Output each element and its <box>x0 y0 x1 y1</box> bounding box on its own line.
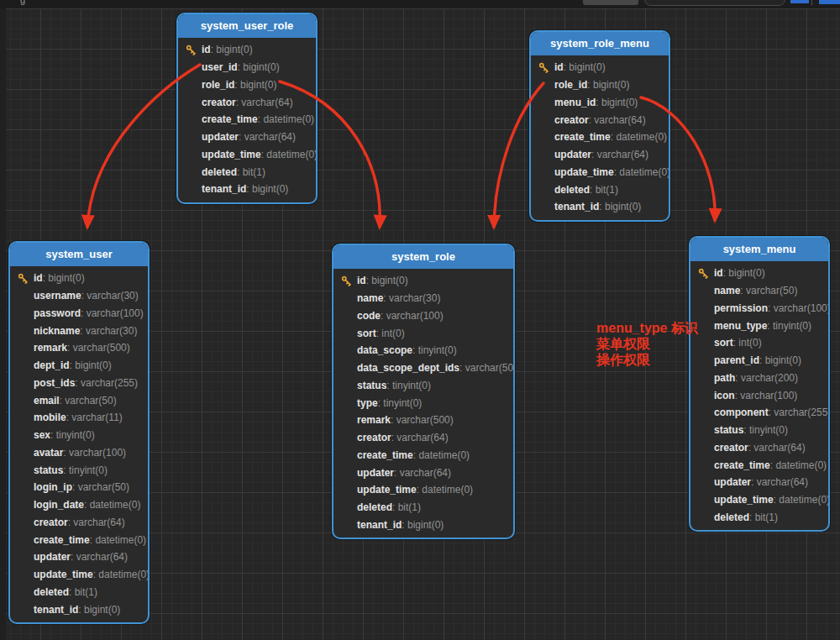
field-system_menu-menu_type[interactable]: menu_type: tinyint(0) <box>690 317 828 334</box>
field-system_role-update_time[interactable]: update_time: datetime(0) <box>333 481 513 499</box>
field-system_menu-deleted[interactable]: deleted: bit(1) <box>690 509 828 527</box>
field-system_menu-sort[interactable]: sort: int(0) <box>690 334 828 352</box>
field-system_user-nickname[interactable]: nickname: varchar(30) <box>10 322 148 339</box>
field-system_role-tenant_id[interactable]: tenant_id: bigint(0) <box>333 517 513 534</box>
table-title-system_role[interactable]: system_role <box>333 245 513 269</box>
field-system_role-deleted[interactable]: deleted: bit(1) <box>333 499 513 517</box>
field-system_user_role-updater[interactable]: updater: varchar(64) <box>178 129 316 146</box>
field-system_role-code[interactable]: code: varchar(100) <box>333 307 513 325</box>
field-system_role_menu-create_time[interactable]: create_time: datetime(0) <box>531 129 669 146</box>
field-system_menu-status[interactable]: status: tinyint(0) <box>690 422 828 439</box>
field-system_user-login_ip[interactable]: login_ip: varchar(50) <box>10 479 148 496</box>
field-system_menu-creator[interactable]: creator: varchar(64) <box>690 439 828 457</box>
field-name: updater <box>34 551 71 563</box>
field-system_user-id[interactable]: id: bigint(0) <box>10 270 148 287</box>
field-system_menu-id[interactable]: id: bigint(0) <box>690 265 828 282</box>
field-name: permission <box>714 302 768 314</box>
field-system_role_menu-deleted[interactable]: deleted: bit(1) <box>531 181 669 198</box>
field-type: : bigint(0) <box>234 79 276 91</box>
field-system_role_menu-id[interactable]: id: bigint(0) <box>531 59 669 76</box>
field-system_user-remark[interactable]: remark: varchar(500) <box>10 339 148 357</box>
field-system_role_menu-creator[interactable]: creator: varchar(64) <box>531 111 669 129</box>
field-system_user_role-deleted[interactable]: deleted: bit(1) <box>178 163 316 181</box>
field-system_user_role-creator[interactable]: creator: varchar(64) <box>178 93 316 111</box>
field-system_user_role-update_time[interactable]: update_time: datetime(0) <box>178 146 316 164</box>
table-title-system_menu[interactable]: system_menu <box>690 238 828 261</box>
field-system_role-id[interactable]: id: bigint(0) <box>333 272 513 290</box>
field-type: : varchar(50) <box>740 285 797 296</box>
table-title-system_user[interactable]: system_user <box>10 243 148 266</box>
field-system_role_menu-update_time[interactable]: update_time: datetime(0) <box>531 164 669 181</box>
table-system_role_menu[interactable]: system_role_menuid: bigint(0)role_id: bi… <box>529 30 670 222</box>
field-system_menu-permission[interactable]: permission: varchar(100) <box>690 300 828 317</box>
field-system_user_role-id[interactable]: id: bigint(0) <box>178 41 316 59</box>
field-system_menu-path[interactable]: path: varchar(200) <box>690 370 828 387</box>
toolbar-accent-button-2[interactable] <box>819 0 840 4</box>
field-system_user_role-create_time[interactable]: create_time: datetime(0) <box>178 111 316 129</box>
field-system_menu-icon[interactable]: icon: varchar(100) <box>690 386 828 404</box>
field-system_role_menu-updater[interactable]: updater: varchar(64) <box>531 146 669 164</box>
field-type: : bigint(0) <box>366 275 408 286</box>
field-system_user-username[interactable]: username: varchar(30) <box>10 287 148 305</box>
field-system_user_role-role_id[interactable]: role_id: bigint(0) <box>178 76 316 94</box>
field-system_role_menu-role_id[interactable]: role_id: bigint(0) <box>531 76 669 94</box>
table-system_user[interactable]: system_userid: bigint(0)username: varcha… <box>8 241 150 624</box>
field-system_user_role-user_id[interactable]: user_id: bigint(0) <box>178 59 316 76</box>
field-system_role-name[interactable]: name: varchar(30) <box>333 290 513 307</box>
field-system_menu-updater[interactable]: updater: varchar(64) <box>690 474 828 491</box>
field-system_user-sex[interactable]: sex: tinyint(0) <box>10 427 148 444</box>
field-system_user-dept_id[interactable]: dept_id: bigint(0) <box>10 357 148 375</box>
field-name: id <box>554 61 564 73</box>
field-system_role-sort[interactable]: sort: int(0) <box>333 324 513 342</box>
field-system_user-creator[interactable]: creator: varchar(64) <box>10 514 148 532</box>
field-type: : tinyint(0) <box>386 380 431 391</box>
field-system_user-updater[interactable]: updater: varchar(64) <box>10 548 148 566</box>
field-system_user-deleted[interactable]: deleted: bit(1) <box>10 584 148 601</box>
field-system_user_role-tenant_id[interactable]: tenant_id: bigint(0) <box>178 181 316 198</box>
field-system_user-post_ids[interactable]: post_ids: varchar(255) <box>10 375 148 392</box>
field-system_user-tenant_id[interactable]: tenant_id: bigint(0) <box>10 601 148 618</box>
field-system_user-password[interactable]: password: varchar(100) <box>10 305 148 323</box>
field-system_user-login_date[interactable]: login_date: datetime(0) <box>10 496 148 514</box>
table-system_role[interactable]: system_roleid: bigint(0)name: varchar(30… <box>332 244 515 539</box>
table-fields: id: bigint(0)name: varchar(50)permission… <box>690 261 828 530</box>
field-system_role-updater[interactable]: updater: varchar(64) <box>333 464 513 481</box>
diagram-canvas[interactable]: system_user_roleid: bigint(0)user_id: bi… <box>0 8 840 640</box>
toolbar-search-input[interactable] <box>644 0 785 6</box>
field-system_menu-update_time[interactable]: update_time: datetime(0) <box>690 491 828 509</box>
toolbar-button[interactable] <box>583 0 638 5</box>
field-name: update_time <box>714 494 774 506</box>
table-system_menu[interactable]: system_menuid: bigint(0)name: varchar(50… <box>689 236 830 532</box>
field-system_menu-name[interactable]: name: varchar(50) <box>690 282 828 300</box>
field-system_user-email[interactable]: email: varchar(50) <box>10 391 148 409</box>
field-system_role-data_scope[interactable]: data_scope: tinyint(0) <box>333 342 513 359</box>
field-system_role-data_scope_dept_ids[interactable]: data_scope_dept_ids: varchar(500) <box>333 359 513 377</box>
annotation-menu-type[interactable]: menu_type 标识 菜单权限 操作权限 <box>596 320 698 368</box>
field-name: email <box>34 395 60 407</box>
field-type: : bigint(0) <box>70 359 112 371</box>
table-title-system_user_role[interactable]: system_user_role <box>178 14 316 38</box>
field-system_role_menu-menu_id[interactable]: menu_id: bigint(0) <box>531 94 669 112</box>
field-system_user-create_time[interactable]: create_time: datetime(0) <box>10 531 148 548</box>
field-name: data_scope <box>357 344 412 356</box>
field-system_role-creator[interactable]: creator: varchar(64) <box>333 429 513 447</box>
toolbar-accent-button-1[interactable] <box>790 0 809 3</box>
field-system_user-update_time[interactable]: update_time: datetime(0) <box>10 566 148 584</box>
field-system_user-avatar[interactable]: avatar: varchar(100) <box>10 444 148 462</box>
field-type: : bigint(0) <box>596 97 638 108</box>
field-type: : datetime(0) <box>413 449 470 461</box>
field-system_role-remark[interactable]: remark: varchar(500) <box>333 412 513 429</box>
field-system_role-type[interactable]: type: tinyint(0) <box>333 394 513 412</box>
field-system_user-mobile[interactable]: mobile: varchar(11) <box>10 409 148 427</box>
field-system_role_menu-tenant_id[interactable]: tenant_id: bigint(0) <box>531 198 669 216</box>
field-system_role-status[interactable]: status: tinyint(0) <box>333 377 513 395</box>
table-title-system_role_menu[interactable]: system_role_menu <box>531 32 669 55</box>
primary-key-icon <box>698 268 709 279</box>
table-system_user_role[interactable]: system_user_roleid: bigint(0)user_id: bi… <box>176 13 318 204</box>
field-system_user-status[interactable]: status: tinyint(0) <box>10 461 148 479</box>
field-system_menu-create_time[interactable]: create_time: datetime(0) <box>690 456 828 474</box>
field-name: create_time <box>202 113 258 125</box>
field-system_menu-component[interactable]: component: varchar(255) <box>690 404 828 422</box>
field-system_role-create_time[interactable]: create_time: datetime(0) <box>333 447 513 464</box>
field-system_menu-parent_id[interactable]: parent_id: bigint(0) <box>690 352 828 370</box>
